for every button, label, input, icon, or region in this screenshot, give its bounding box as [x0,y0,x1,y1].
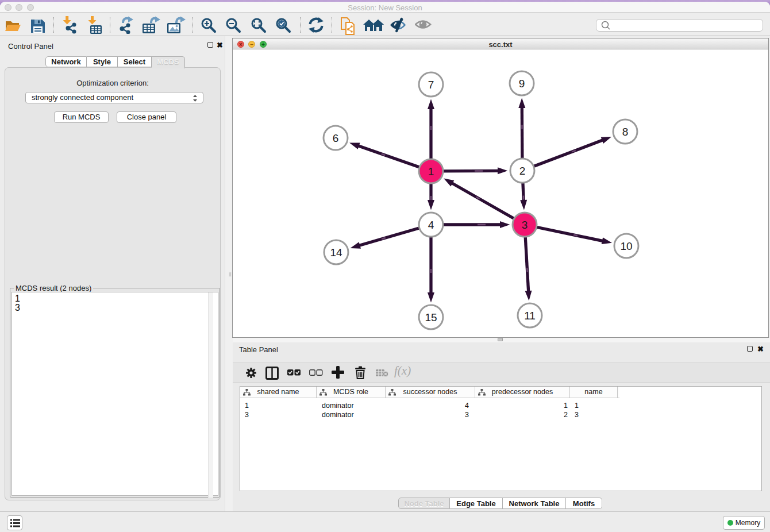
svg-text:10: 10 [620,240,632,252]
svg-text:6: 6 [333,132,339,144]
svg-text:15: 15 [425,311,437,323]
svg-text:2: 2 [519,165,526,177]
svg-text:7: 7 [428,79,434,91]
svg-text:11: 11 [524,310,536,322]
svg-text:4: 4 [428,219,434,231]
svg-text:9: 9 [519,78,525,90]
svg-text:3: 3 [522,219,528,231]
svg-text:1: 1 [428,165,434,178]
svg-text:14: 14 [330,246,342,259]
svg-text:8: 8 [622,126,629,138]
